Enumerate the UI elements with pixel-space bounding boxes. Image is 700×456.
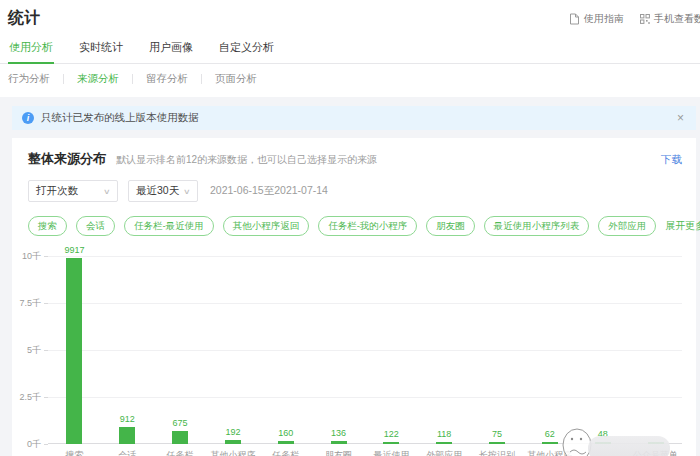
bar-group: 75 bbox=[471, 256, 524, 444]
chevron-down-icon: ∨ bbox=[103, 187, 111, 195]
download-link[interactable]: 下载 bbox=[661, 153, 682, 167]
y-tick-label: 10千 bbox=[22, 250, 41, 263]
chevron-down-icon: ∨ bbox=[183, 187, 191, 195]
y-tick-label: 2.5千 bbox=[19, 391, 41, 404]
date-range-text: 2021-06-15至2021-07-14 bbox=[210, 184, 328, 198]
source-tag[interactable]: 搜索 bbox=[28, 216, 67, 236]
bar-group bbox=[629, 256, 682, 444]
bar-value-label: 912 bbox=[120, 414, 135, 424]
expand-more-label: 展开更多 bbox=[665, 220, 700, 231]
tab-user-portrait[interactable]: 用户画像 bbox=[148, 34, 194, 63]
subtab-source-analysis[interactable]: 来源分析 bbox=[64, 72, 132, 86]
close-icon[interactable]: × bbox=[675, 111, 686, 125]
subtab-retention-analysis[interactable]: 留存分析 bbox=[133, 72, 201, 86]
bar[interactable] bbox=[542, 442, 558, 444]
metric-select[interactable]: 打开次数 ∨ bbox=[28, 180, 118, 202]
bar[interactable] bbox=[172, 431, 188, 444]
bar-value-label: 160 bbox=[278, 428, 293, 438]
mobile-view-link[interactable]: 手机查看数据 bbox=[640, 12, 700, 26]
date-range-select[interactable]: 最近30天 ∨ bbox=[128, 180, 198, 202]
bar[interactable] bbox=[119, 427, 135, 444]
bar-group: 48 bbox=[576, 256, 629, 444]
filters-row: 打开次数 ∨ 最近30天 ∨ 2021-06-15至2021-07-14 bbox=[28, 180, 682, 202]
x-axis-label: 搜索 bbox=[48, 449, 101, 456]
bar-value-label: 136 bbox=[331, 428, 346, 438]
bar[interactable] bbox=[225, 440, 241, 444]
x-axis-label: 朋友圈 bbox=[312, 449, 365, 456]
bar-value-label: 122 bbox=[384, 429, 399, 439]
x-axis-label: 外部应用 bbox=[418, 449, 471, 456]
bar[interactable] bbox=[331, 441, 347, 444]
info-banner: i 只统计已发布的线上版本使用数据 × bbox=[12, 106, 696, 130]
bar-group: 122 bbox=[365, 256, 418, 444]
source-tag[interactable]: 其他小程序返回 bbox=[223, 216, 310, 236]
bar[interactable] bbox=[383, 442, 399, 444]
bar[interactable] bbox=[648, 442, 664, 444]
y-tick-label: 0千 bbox=[27, 438, 41, 451]
qr-code-icon bbox=[640, 14, 650, 24]
bar-group: 912 bbox=[101, 256, 154, 444]
source-tag[interactable]: 最近使用小程序列表 bbox=[484, 216, 590, 236]
x-axis-label: 公众号菜单 bbox=[629, 449, 682, 456]
bar-group: 62 bbox=[523, 256, 576, 444]
bar[interactable] bbox=[66, 258, 82, 444]
banner-text: 只统计已发布的线上版本使用数据 bbox=[41, 111, 199, 125]
bars-layer: 9917912675192160136122118756248 bbox=[48, 256, 682, 444]
bar-group: 136 bbox=[312, 256, 365, 444]
source-distribution-chart: 10千 7.5千 5千 2.5千 0千 99179126751921601361… bbox=[28, 256, 682, 456]
section-description: 默认显示排名前12的来源数据，也可以自己选择显示的来源 bbox=[116, 153, 377, 167]
page-title: 统计 bbox=[8, 8, 40, 29]
tab-custom-analysis[interactable]: 自定义分析 bbox=[218, 34, 275, 63]
x-axis-label bbox=[576, 449, 629, 456]
bar-value-label: 62 bbox=[545, 429, 555, 439]
x-axis-label: 长按识别 二维码 和小程序码 bbox=[471, 449, 524, 456]
source-distribution-card: 整体来源分布 默认显示排名前12的来源数据，也可以自己选择显示的来源 下载 打开… bbox=[12, 138, 696, 456]
x-axis-label: 任务栏 最近使用 bbox=[154, 449, 207, 456]
tab-realtime-stats[interactable]: 实时统计 bbox=[78, 34, 124, 63]
page-header: 统计 使用指南 手机查看数据 bbox=[0, 0, 700, 34]
source-tag[interactable]: 任务栏-我的小程序 bbox=[318, 216, 417, 236]
source-tag[interactable]: 朋友圈 bbox=[426, 216, 475, 236]
bar-value-label: 9917 bbox=[64, 245, 84, 255]
bar-group: 9917 bbox=[48, 256, 101, 444]
source-tags-row: 搜索会话任务栏-最近使用其他小程序返回任务栏-我的小程序朋友圈最近使用小程序列表… bbox=[28, 216, 682, 236]
bar-value-label: 75 bbox=[492, 429, 502, 439]
x-axis-label: 最近使用 小程序列表 bbox=[365, 449, 418, 456]
section-header: 整体来源分布 默认显示排名前12的来源数据，也可以自己选择显示的来源 下载 bbox=[28, 150, 682, 168]
bar[interactable] bbox=[489, 442, 505, 444]
source-tag[interactable]: 会话 bbox=[76, 216, 115, 236]
usage-guide-label: 使用指南 bbox=[584, 12, 624, 26]
bar-group: 675 bbox=[154, 256, 207, 444]
plot-area: 10千 7.5千 5千 2.5千 0千 99179126751921601361… bbox=[48, 256, 682, 444]
sub-tabbar: 行为分析 来源分析 留存分析 页面分析 bbox=[0, 64, 700, 97]
source-tag[interactable]: 外部应用 bbox=[598, 216, 656, 236]
main-tabbar: 使用分析 实时统计 用户画像 自定义分析 bbox=[0, 34, 700, 64]
info-icon: i bbox=[22, 112, 34, 124]
section-title: 整体来源分布 bbox=[28, 150, 106, 168]
bar-group: 192 bbox=[206, 256, 259, 444]
header-links: 使用指南 手机查看数据 bbox=[569, 12, 700, 26]
y-axis-tick bbox=[44, 444, 48, 445]
bar-value-label: 675 bbox=[173, 418, 188, 428]
bar-value-label: 118 bbox=[437, 429, 451, 439]
y-tick-label: 5千 bbox=[27, 344, 41, 357]
subtab-behavior-analysis[interactable]: 行为分析 bbox=[8, 72, 63, 86]
mobile-view-label: 手机查看数据 bbox=[654, 12, 700, 26]
x-labels: 搜索会话任务栏 最近使用其他小程序 返回任务栏 我的小程序朋友圈最近使用 小程序… bbox=[48, 449, 682, 456]
date-range-select-value: 最近30天 bbox=[136, 184, 179, 198]
subtab-page-analysis[interactable]: 页面分析 bbox=[202, 72, 270, 86]
x-axis-label: 任务栏 我的小程序 bbox=[259, 449, 312, 456]
document-icon bbox=[569, 13, 580, 25]
bar[interactable] bbox=[595, 442, 611, 444]
bar-value-label: 48 bbox=[598, 429, 608, 439]
tab-usage-analysis[interactable]: 使用分析 bbox=[8, 34, 54, 64]
bar[interactable] bbox=[278, 441, 294, 444]
x-axis-label: 会话 bbox=[101, 449, 154, 456]
expand-more-link[interactable]: 展开更多 ∨ bbox=[665, 219, 700, 233]
source-tag[interactable]: 任务栏-最近使用 bbox=[124, 216, 214, 236]
metric-select-value: 打开次数 bbox=[36, 184, 78, 198]
bar-group: 118 bbox=[418, 256, 471, 444]
usage-guide-link[interactable]: 使用指南 bbox=[569, 12, 624, 26]
y-tick-label: 7.5千 bbox=[19, 297, 41, 310]
bar[interactable] bbox=[436, 442, 452, 444]
